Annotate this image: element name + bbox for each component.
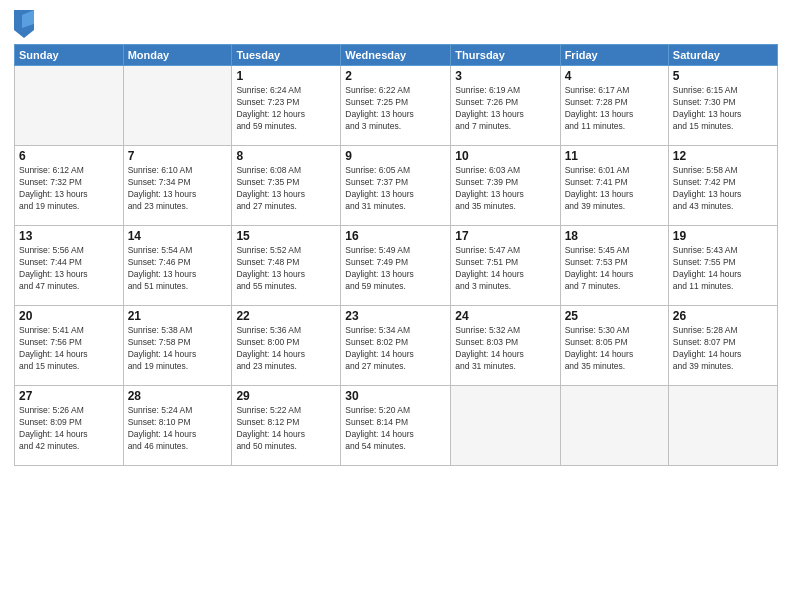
weekday-header: Tuesday [232, 45, 341, 66]
calendar-week: 1Sunrise: 6:24 AM Sunset: 7:23 PM Daylig… [15, 66, 778, 146]
day-info: Sunrise: 5:32 AM Sunset: 8:03 PM Dayligh… [455, 325, 555, 373]
weekday-header: Thursday [451, 45, 560, 66]
day-number: 1 [236, 69, 336, 83]
day-info: Sunrise: 5:41 AM Sunset: 7:56 PM Dayligh… [19, 325, 119, 373]
calendar-day: 27Sunrise: 5:26 AM Sunset: 8:09 PM Dayli… [15, 386, 124, 466]
calendar-day: 12Sunrise: 5:58 AM Sunset: 7:42 PM Dayli… [668, 146, 777, 226]
day-number: 7 [128, 149, 228, 163]
calendar-day [668, 386, 777, 466]
day-number: 10 [455, 149, 555, 163]
day-number: 14 [128, 229, 228, 243]
calendar-day: 21Sunrise: 5:38 AM Sunset: 7:58 PM Dayli… [123, 306, 232, 386]
weekday-header: Wednesday [341, 45, 451, 66]
calendar-day: 9Sunrise: 6:05 AM Sunset: 7:37 PM Daylig… [341, 146, 451, 226]
day-number: 13 [19, 229, 119, 243]
day-info: Sunrise: 6:15 AM Sunset: 7:30 PM Dayligh… [673, 85, 773, 133]
day-info: Sunrise: 5:47 AM Sunset: 7:51 PM Dayligh… [455, 245, 555, 293]
day-info: Sunrise: 5:22 AM Sunset: 8:12 PM Dayligh… [236, 405, 336, 453]
calendar-day [15, 66, 124, 146]
day-info: Sunrise: 5:24 AM Sunset: 8:10 PM Dayligh… [128, 405, 228, 453]
calendar-day: 19Sunrise: 5:43 AM Sunset: 7:55 PM Dayli… [668, 226, 777, 306]
day-info: Sunrise: 5:58 AM Sunset: 7:42 PM Dayligh… [673, 165, 773, 213]
day-info: Sunrise: 6:17 AM Sunset: 7:28 PM Dayligh… [565, 85, 664, 133]
calendar-day: 25Sunrise: 5:30 AM Sunset: 8:05 PM Dayli… [560, 306, 668, 386]
day-number: 24 [455, 309, 555, 323]
day-number: 28 [128, 389, 228, 403]
calendar-day [451, 386, 560, 466]
calendar-day: 16Sunrise: 5:49 AM Sunset: 7:49 PM Dayli… [341, 226, 451, 306]
calendar-day [560, 386, 668, 466]
day-number: 8 [236, 149, 336, 163]
day-number: 17 [455, 229, 555, 243]
calendar-day: 20Sunrise: 5:41 AM Sunset: 7:56 PM Dayli… [15, 306, 124, 386]
calendar-day: 13Sunrise: 5:56 AM Sunset: 7:44 PM Dayli… [15, 226, 124, 306]
day-info: Sunrise: 5:26 AM Sunset: 8:09 PM Dayligh… [19, 405, 119, 453]
calendar-header: SundayMondayTuesdayWednesdayThursdayFrid… [15, 45, 778, 66]
calendar-day: 1Sunrise: 6:24 AM Sunset: 7:23 PM Daylig… [232, 66, 341, 146]
calendar-day: 8Sunrise: 6:08 AM Sunset: 7:35 PM Daylig… [232, 146, 341, 226]
weekday-header: Saturday [668, 45, 777, 66]
calendar-day: 29Sunrise: 5:22 AM Sunset: 8:12 PM Dayli… [232, 386, 341, 466]
day-number: 12 [673, 149, 773, 163]
day-info: Sunrise: 5:20 AM Sunset: 8:14 PM Dayligh… [345, 405, 446, 453]
day-number: 22 [236, 309, 336, 323]
day-number: 16 [345, 229, 446, 243]
day-number: 20 [19, 309, 119, 323]
calendar-day: 26Sunrise: 5:28 AM Sunset: 8:07 PM Dayli… [668, 306, 777, 386]
calendar-day: 2Sunrise: 6:22 AM Sunset: 7:25 PM Daylig… [341, 66, 451, 146]
calendar-week: 6Sunrise: 6:12 AM Sunset: 7:32 PM Daylig… [15, 146, 778, 226]
day-number: 18 [565, 229, 664, 243]
day-info: Sunrise: 5:38 AM Sunset: 7:58 PM Dayligh… [128, 325, 228, 373]
calendar-day: 4Sunrise: 6:17 AM Sunset: 7:28 PM Daylig… [560, 66, 668, 146]
day-info: Sunrise: 5:52 AM Sunset: 7:48 PM Dayligh… [236, 245, 336, 293]
day-number: 4 [565, 69, 664, 83]
calendar-day: 15Sunrise: 5:52 AM Sunset: 7:48 PM Dayli… [232, 226, 341, 306]
calendar-day: 22Sunrise: 5:36 AM Sunset: 8:00 PM Dayli… [232, 306, 341, 386]
calendar-day: 14Sunrise: 5:54 AM Sunset: 7:46 PM Dayli… [123, 226, 232, 306]
day-number: 3 [455, 69, 555, 83]
day-info: Sunrise: 6:19 AM Sunset: 7:26 PM Dayligh… [455, 85, 555, 133]
calendar-day: 18Sunrise: 5:45 AM Sunset: 7:53 PM Dayli… [560, 226, 668, 306]
calendar: SundayMondayTuesdayWednesdayThursdayFrid… [14, 44, 778, 466]
weekday-header: Monday [123, 45, 232, 66]
day-info: Sunrise: 5:45 AM Sunset: 7:53 PM Dayligh… [565, 245, 664, 293]
weekday-header: Sunday [15, 45, 124, 66]
day-info: Sunrise: 5:34 AM Sunset: 8:02 PM Dayligh… [345, 325, 446, 373]
day-info: Sunrise: 6:12 AM Sunset: 7:32 PM Dayligh… [19, 165, 119, 213]
calendar-day: 11Sunrise: 6:01 AM Sunset: 7:41 PM Dayli… [560, 146, 668, 226]
day-info: Sunrise: 6:05 AM Sunset: 7:37 PM Dayligh… [345, 165, 446, 213]
day-info: Sunrise: 5:56 AM Sunset: 7:44 PM Dayligh… [19, 245, 119, 293]
calendar-day: 7Sunrise: 6:10 AM Sunset: 7:34 PM Daylig… [123, 146, 232, 226]
day-number: 30 [345, 389, 446, 403]
day-info: Sunrise: 6:22 AM Sunset: 7:25 PM Dayligh… [345, 85, 446, 133]
day-info: Sunrise: 6:24 AM Sunset: 7:23 PM Dayligh… [236, 85, 336, 133]
day-number: 26 [673, 309, 773, 323]
day-info: Sunrise: 5:49 AM Sunset: 7:49 PM Dayligh… [345, 245, 446, 293]
calendar-week: 27Sunrise: 5:26 AM Sunset: 8:09 PM Dayli… [15, 386, 778, 466]
day-number: 15 [236, 229, 336, 243]
day-info: Sunrise: 5:28 AM Sunset: 8:07 PM Dayligh… [673, 325, 773, 373]
page: SundayMondayTuesdayWednesdayThursdayFrid… [0, 0, 792, 612]
calendar-week: 20Sunrise: 5:41 AM Sunset: 7:56 PM Dayli… [15, 306, 778, 386]
logo-icon [14, 10, 34, 38]
logo [14, 10, 36, 38]
day-info: Sunrise: 6:10 AM Sunset: 7:34 PM Dayligh… [128, 165, 228, 213]
day-info: Sunrise: 5:30 AM Sunset: 8:05 PM Dayligh… [565, 325, 664, 373]
calendar-day: 30Sunrise: 5:20 AM Sunset: 8:14 PM Dayli… [341, 386, 451, 466]
day-number: 6 [19, 149, 119, 163]
day-number: 29 [236, 389, 336, 403]
calendar-day: 10Sunrise: 6:03 AM Sunset: 7:39 PM Dayli… [451, 146, 560, 226]
calendar-day [123, 66, 232, 146]
header [14, 10, 778, 38]
day-info: Sunrise: 5:43 AM Sunset: 7:55 PM Dayligh… [673, 245, 773, 293]
calendar-day: 28Sunrise: 5:24 AM Sunset: 8:10 PM Dayli… [123, 386, 232, 466]
day-info: Sunrise: 5:36 AM Sunset: 8:00 PM Dayligh… [236, 325, 336, 373]
calendar-week: 13Sunrise: 5:56 AM Sunset: 7:44 PM Dayli… [15, 226, 778, 306]
day-info: Sunrise: 6:03 AM Sunset: 7:39 PM Dayligh… [455, 165, 555, 213]
day-number: 11 [565, 149, 664, 163]
weekday-header: Friday [560, 45, 668, 66]
day-number: 23 [345, 309, 446, 323]
calendar-day: 23Sunrise: 5:34 AM Sunset: 8:02 PM Dayli… [341, 306, 451, 386]
day-number: 2 [345, 69, 446, 83]
calendar-day: 17Sunrise: 5:47 AM Sunset: 7:51 PM Dayli… [451, 226, 560, 306]
